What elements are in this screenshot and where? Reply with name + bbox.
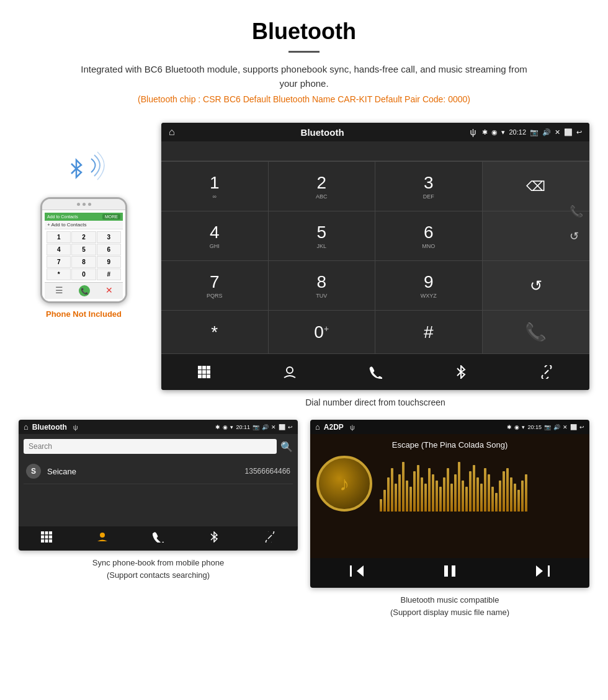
dial-key-5[interactable]: 5 JKL <box>269 211 376 261</box>
svg-rect-24 <box>49 539 52 543</box>
location-icon: ◉ <box>491 128 498 136</box>
dial-status-bar: ⌂ Bluetooth ψ ✱ ◉ ▾ 20:12 📷 🔊 ✕ ⬜ ↩ <box>161 123 589 141</box>
dial-key-8[interactable]: 8 TUV <box>269 261 376 311</box>
pb-vol-icon: 🔊 <box>262 424 269 430</box>
volume-icon: 🔊 <box>542 128 551 136</box>
music-home-icon: ⌂ <box>315 422 320 432</box>
dial-key-4[interactable]: 4 GHI <box>161 211 269 261</box>
music-play-pause-btn[interactable] <box>443 564 457 582</box>
phone-area: Add to ContactsMORE + Add to Contacts 12… <box>19 123 149 319</box>
svg-rect-19 <box>41 536 44 539</box>
dial-screen: ⌂ Bluetooth ψ ✱ ◉ ▾ 20:12 📷 🔊 ✕ ⬜ ↩ <box>161 123 589 390</box>
camera-icon: 📷 <box>530 128 539 136</box>
dial-key-call-red[interactable]: 📞 <box>483 311 590 354</box>
dial-key-star[interactable]: * <box>161 311 269 354</box>
dial-bluetooth-button[interactable] <box>418 360 504 384</box>
dial-key-7[interactable]: 7 PQRS <box>161 261 269 311</box>
header-description: Integrated with BC6 Bluetooth module, su… <box>81 63 527 91</box>
dial-key-backspace[interactable]: ⌫ <box>483 162 590 211</box>
pb-cam-icon: 📷 <box>253 424 259 430</box>
music-x-icon: ✕ <box>563 424 568 430</box>
svg-rect-32 <box>452 565 455 577</box>
pb-link-btn[interactable] <box>264 531 275 546</box>
phone-mockup: Add to ContactsMORE + Add to Contacts 12… <box>40 197 127 303</box>
pb-bt-icon: ✱ <box>215 424 220 430</box>
svg-marker-0 <box>76 160 81 177</box>
music-caption: Bluetooth music compatible (Support disp… <box>388 588 512 618</box>
svg-rect-3 <box>198 366 202 370</box>
header-divider <box>288 51 320 53</box>
page-title: Bluetooth <box>12 19 596 45</box>
music-screen: ⌂ A2DP ψ ✱ ◉ ▾ 20:15 📷 🔊 ✕ ⬜ ↩ Escape (T… <box>310 420 589 588</box>
pb-phone-btn[interactable] <box>153 531 164 546</box>
pb-bt-btn[interactable] <box>208 531 220 546</box>
svg-rect-11 <box>207 374 210 378</box>
svg-rect-10 <box>202 374 206 378</box>
phonebook-screen: ⌂ Bluetooth ψ ✱ ◉ ▾ 20:11 📷 🔊 ✕ ⬜ ↩ <box>19 420 298 551</box>
phone-bottom-bar: ☰ 📞 ✕ <box>45 282 123 299</box>
pb-search-input[interactable] <box>24 439 277 454</box>
pb-grid-btn[interactable] <box>41 531 52 546</box>
music-vol-icon: 🔊 <box>553 424 560 430</box>
dial-screen-title: Bluetooth <box>181 127 464 138</box>
phonebook-screen-wrapper: ⌂ Bluetooth ψ ✱ ◉ ▾ 20:11 📷 🔊 ✕ ⬜ ↩ <box>19 420 298 618</box>
music-status-bar: ⌂ A2DP ψ ✱ ◉ ▾ 20:15 📷 🔊 ✕ ⬜ ↩ <box>310 420 589 434</box>
dial-contacts-button[interactable] <box>247 360 333 384</box>
pb-wifi-icon: ▾ <box>230 424 233 430</box>
usb-icon: ψ <box>470 127 476 137</box>
svg-rect-4 <box>202 366 206 370</box>
svg-rect-17 <box>45 531 48 534</box>
refresh-icon: ↺ <box>530 277 542 295</box>
phone-screen: Add to ContactsMORE + Add to Contacts 12… <box>42 210 125 301</box>
music-controls-bar <box>310 558 589 588</box>
dial-key-2[interactable]: 2 ABC <box>269 162 376 211</box>
dial-phone-button[interactable] <box>333 360 418 384</box>
svg-rect-18 <box>49 531 52 534</box>
pb-screen-title: Bluetooth <box>32 423 67 432</box>
svg-rect-16 <box>41 531 44 534</box>
dial-key-hash[interactable]: # <box>375 311 483 354</box>
pb-time: 20:11 <box>236 424 250 430</box>
pb-usb-icon: ψ <box>73 423 78 431</box>
music-prev-btn[interactable] <box>350 564 364 582</box>
svg-marker-26 <box>214 532 217 542</box>
svg-rect-7 <box>202 370 206 374</box>
svg-rect-20 <box>45 536 48 539</box>
pb-status-bar: ⌂ Bluetooth ψ ✱ ◉ ▾ 20:11 📷 🔊 ✕ ⬜ ↩ <box>19 420 298 434</box>
music-status-right: ✱ ◉ ▾ 20:15 📷 🔊 ✕ ⬜ ↩ <box>507 424 584 430</box>
music-visualizer <box>380 456 583 512</box>
phone-top-bar <box>42 199 125 210</box>
svg-point-25 <box>100 533 105 538</box>
dial-key-refresh[interactable]: ↺ <box>483 261 590 311</box>
dial-key-6[interactable]: 6 MNO <box>375 211 483 261</box>
svg-point-12 <box>287 367 293 373</box>
window-icon: ⬜ <box>564 128 573 136</box>
music-cam-icon: 📷 <box>544 424 551 430</box>
dial-key-9[interactable]: 9 WXYZ <box>375 261 483 311</box>
back-icon: ↩ <box>576 128 582 136</box>
music-screen-wrapper: ⌂ A2DP ψ ✱ ◉ ▾ 20:15 📷 🔊 ✕ ⬜ ↩ Escape (T… <box>310 420 589 618</box>
end-call-icon: 📞 <box>525 322 547 342</box>
svg-marker-33 <box>536 565 543 577</box>
svg-rect-23 <box>45 539 48 543</box>
pb-search-icon: 🔍 <box>280 441 293 453</box>
pb-loc-icon: ◉ <box>223 424 228 430</box>
pb-contact-phone: 13566664466 <box>245 467 290 476</box>
dial-link-button[interactable] <box>504 360 589 384</box>
phone-not-included-label: Phone Not Included <box>46 309 122 319</box>
music-next-btn[interactable] <box>536 564 550 582</box>
bluetooth-icon: ✱ <box>482 128 488 136</box>
dial-grid-button[interactable] <box>161 360 247 384</box>
phone-dialpad: 123 456 789 *0# <box>45 229 123 282</box>
main-content: Add to ContactsMORE + Add to Contacts 12… <box>0 123 608 420</box>
pb-win-icon: ⬜ <box>279 424 285 430</box>
dial-key-1[interactable]: 1 ∞ <box>161 162 269 211</box>
music-note-icon: ♪ <box>339 472 349 495</box>
dial-key-0[interactable]: 0+ <box>269 311 376 354</box>
dial-status-right: ✱ ◉ ▾ 20:12 📷 🔊 ✕ ⬜ ↩ <box>482 128 582 136</box>
page-header: Bluetooth Integrated with BC6 Bluetooth … <box>0 0 608 123</box>
dial-caption: Dial number direct from touchscreen <box>161 390 589 420</box>
pb-contacts-btn[interactable] <box>97 531 108 546</box>
pb-caption: Sync phone-book from mobile phone (Suppo… <box>90 551 226 581</box>
dial-key-3[interactable]: 3 DEF <box>375 162 483 211</box>
